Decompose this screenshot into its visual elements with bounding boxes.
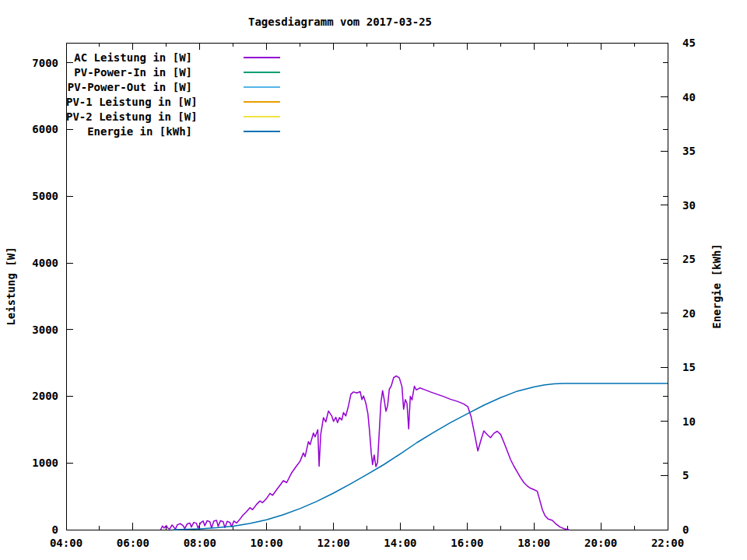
x-axis-tick-label: 20:00 xyxy=(577,537,624,549)
y2-axis-tick-label: 5 xyxy=(682,469,689,481)
chart-canvas: Tagesdiagramm vom 2017-03-25 Leistung [W… xyxy=(0,0,747,560)
legend-item: Energie in [kWh] xyxy=(66,124,280,138)
y1-axis-tick-label: 5000 xyxy=(0,190,58,202)
y2-axis-tick-label: 15 xyxy=(682,361,696,373)
legend-line-sample xyxy=(244,57,280,58)
y1-axis-tick-label: 0 xyxy=(0,523,58,536)
legend-item-label: PV-1 Leistung in [W] xyxy=(66,96,192,108)
legend: AC Leistung in [W] PV-Power-In in [W] PV… xyxy=(66,50,280,138)
y2-axis-tick-label: 35 xyxy=(682,145,696,157)
legend-line-sample xyxy=(244,116,280,117)
y2-axis-tick-label: 45 xyxy=(682,37,696,49)
y2-axis-tick-label: 10 xyxy=(682,415,696,428)
legend-line-sample xyxy=(244,101,280,103)
legend-item: AC Leistung in [W] xyxy=(66,50,280,65)
y1-axis-tick-label: 6000 xyxy=(0,123,58,135)
x-axis-tick-label: 08:00 xyxy=(177,537,223,549)
y2-axis-tick-label: 0 xyxy=(682,523,689,536)
legend-item: PV-2 Leistung in [W] xyxy=(66,109,280,124)
x-axis-tick-label: 22:00 xyxy=(644,537,691,549)
legend-item: PV-Power-Out in [W] xyxy=(66,79,280,94)
y2-axis-tick-label: 40 xyxy=(682,91,696,103)
x-axis-tick-label: 14:00 xyxy=(377,537,423,549)
x-axis-tick-label: 12:00 xyxy=(310,537,357,549)
y1-axis-tick-label: 2000 xyxy=(0,390,58,402)
x-axis-tick-label: 18:00 xyxy=(510,537,557,549)
series-y1 xyxy=(161,376,570,530)
y2-axis-tick-label: 25 xyxy=(682,253,696,265)
legend-line-sample xyxy=(244,72,280,73)
y2-axis-tick-label: 20 xyxy=(682,307,696,320)
y1-axis-tick-label: 3000 xyxy=(0,324,58,336)
legend-item-label: Energie in [kWh] xyxy=(66,125,192,138)
legend-item-label: PV-Power-In in [W] xyxy=(66,66,192,79)
series-y2 xyxy=(173,383,668,530)
legend-line-sample xyxy=(244,86,280,88)
legend-item-label: PV-Power-Out in [W] xyxy=(66,81,192,93)
y2-axis-tick-label: 30 xyxy=(682,199,696,212)
legend-item: PV-Power-In in [W] xyxy=(66,65,280,79)
y1-axis-tick-label: 1000 xyxy=(0,457,58,469)
legend-item: PV-1 Leistung in [W] xyxy=(66,94,280,109)
x-axis-tick-label: 16:00 xyxy=(444,537,490,549)
x-axis-tick-label: 10:00 xyxy=(244,537,290,549)
legend-item-label: PV-2 Leistung in [W] xyxy=(66,110,192,123)
x-axis-tick-label: 04:00 xyxy=(43,537,89,549)
legend-item-label: AC Leistung in [W] xyxy=(66,51,192,64)
x-axis-tick-label: 06:00 xyxy=(110,537,156,549)
y1-axis-tick-label: 7000 xyxy=(0,57,58,69)
legend-line-sample xyxy=(244,131,280,132)
y1-axis-tick-label: 4000 xyxy=(0,257,58,269)
